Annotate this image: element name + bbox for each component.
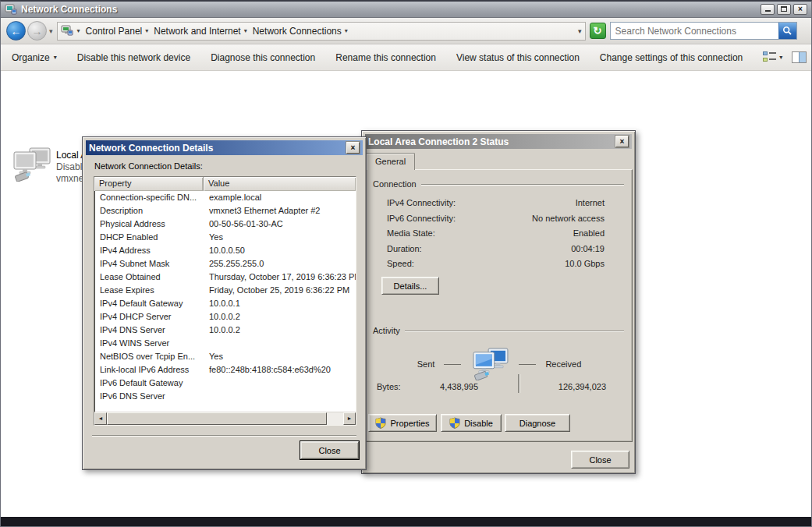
status-close-button[interactable]: Close xyxy=(571,451,629,469)
breadcrumb-root-dropdown[interactable]: ▾ xyxy=(76,27,82,34)
breadcrumb[interactable]: ▾ Control Panel▾ Network and Internet▾ N… xyxy=(57,22,586,41)
cell-value: example.local xyxy=(204,191,356,204)
search-button[interactable] xyxy=(778,23,796,39)
general-tab-page: Connection IPv4 Connectivity:Internet IP… xyxy=(366,169,633,442)
table-row[interactable]: IPv4 WINS Server xyxy=(94,337,356,350)
disable-device-button[interactable]: Disable this network device xyxy=(77,52,190,63)
table-row[interactable]: IPv6 Default Gateway xyxy=(94,377,356,390)
close-button[interactable]: × xyxy=(793,4,807,15)
change-settings-button[interactable]: Change settings of this connection xyxy=(600,52,743,63)
table-row[interactable]: IPv4 Subnet Mask255.255.255.0 xyxy=(94,257,356,271)
table-row[interactable]: NetBIOS over Tcpip En...Yes xyxy=(94,350,356,363)
refresh-icon: ↻ xyxy=(594,25,602,37)
chevron-icon: ▾ xyxy=(145,27,148,34)
cell-property: Link-local IPv6 Address xyxy=(94,363,204,377)
connection-group-label: Connection xyxy=(373,179,417,189)
table-row[interactable]: DHCP EnabledYes xyxy=(94,231,356,244)
chevron-icon: ▾ xyxy=(244,27,247,34)
organize-button[interactable]: Organize▾ xyxy=(12,52,57,63)
close-button[interactable]: × xyxy=(615,136,629,147)
details-dialog: Network Connection Details × Network Con… xyxy=(82,136,367,470)
group-divider xyxy=(421,184,624,186)
table-row[interactable]: Link-local IPv6 Addressfe80::248b:4188:c… xyxy=(94,363,356,377)
ipv4-connectivity-value: Internet xyxy=(576,198,605,214)
cell-property: Physical Address xyxy=(94,218,204,231)
sent-label: Sent xyxy=(417,359,435,369)
close-button[interactable]: × xyxy=(346,142,360,154)
diagnose-connection-button[interactable]: Diagnose this connection xyxy=(211,52,315,63)
preview-pane-button[interactable] xyxy=(792,51,807,63)
details-button[interactable]: Details... xyxy=(381,277,439,295)
breadcrumb-label: Network Connections xyxy=(253,26,342,37)
disable-button[interactable]: Disable xyxy=(441,414,502,432)
uac-shield-icon xyxy=(375,417,386,429)
cell-property: IPv4 DHCP Server xyxy=(94,310,204,324)
column-header-property[interactable]: Property xyxy=(94,177,204,191)
scrollbar-thumb[interactable] xyxy=(107,412,327,425)
chevron-icon: ▾ xyxy=(345,27,348,34)
table-row[interactable]: IPv4 DHCP Server10.0.0.2 xyxy=(94,310,356,324)
breadcrumb-item-network-connections[interactable]: Network Connections▾ xyxy=(251,26,349,37)
forward-icon: → xyxy=(32,25,43,37)
view-status-button[interactable]: View status of this connection xyxy=(456,52,580,63)
table-row[interactable]: Physical Address00-50-56-01-30-AC xyxy=(94,218,356,231)
rename-connection-button[interactable]: Rename this connection xyxy=(335,52,436,63)
table-row[interactable]: IPv4 Default Gateway10.0.0.1 xyxy=(94,297,356,310)
table-row[interactable]: Connection-specific DN...example.local xyxy=(94,191,356,204)
network-adapter-disabled-icon xyxy=(11,147,51,182)
cell-value xyxy=(204,337,356,350)
horizontal-scrollbar[interactable]: ◄ ► xyxy=(94,412,356,425)
cell-property: Connection-specific DN... xyxy=(94,191,204,204)
ipv6-connectivity-value: No network access xyxy=(532,214,605,229)
breadcrumb-item-network-and-internet[interactable]: Network and Internet▾ xyxy=(152,26,248,37)
recent-pages-dropdown[interactable]: ▾ xyxy=(49,27,53,35)
diagnose-button[interactable]: Diagnose xyxy=(505,414,570,432)
cell-value: 255.255.255.0 xyxy=(204,257,356,271)
change-view-button[interactable]: ▾ xyxy=(763,51,782,63)
close-icon: × xyxy=(798,5,803,13)
search-input[interactable] xyxy=(611,26,778,37)
details-dialog-titlebar: Network Connection Details × xyxy=(86,140,363,155)
table-row[interactable]: IPv4 DNS Server10.0.0.2 xyxy=(94,324,356,337)
back-button[interactable]: ← xyxy=(6,21,26,41)
minimize-button[interactable] xyxy=(761,4,775,15)
maximize-icon xyxy=(781,6,787,12)
cell-value: 10.0.0.2 xyxy=(204,310,356,324)
cell-property: IPv4 Address xyxy=(94,244,204,257)
cell-value: Thursday, October 17, 2019 6:36:23 PM xyxy=(204,271,356,284)
properties-label: Properties xyxy=(390,419,429,428)
close-icon: × xyxy=(351,143,356,152)
details-close-button[interactable]: Close xyxy=(300,441,359,459)
window-bottom-frame xyxy=(1,517,811,526)
bytes-received-value: 126,394,023 xyxy=(541,382,606,391)
cell-property: Lease Expires xyxy=(94,284,204,297)
forward-button[interactable]: → xyxy=(27,21,47,41)
organize-label: Organize xyxy=(12,52,50,63)
maximize-button[interactable] xyxy=(777,4,791,15)
table-row[interactable]: Descriptionvmxnet3 Ethernet Adapter #2 xyxy=(94,204,356,218)
table-row[interactable]: IPv4 Address10.0.0.50 xyxy=(94,244,356,257)
flow-line xyxy=(519,364,536,365)
tab-general[interactable]: General xyxy=(366,153,415,170)
scroll-right-button[interactable]: ► xyxy=(343,412,356,425)
breadcrumb-item-control-panel[interactable]: Control Panel▾ xyxy=(84,26,151,37)
table-row[interactable]: Lease ObtainedThursday, October 17, 2019… xyxy=(94,271,356,284)
close-icon: × xyxy=(620,137,625,146)
address-bar: ← → ▾ ▾ Control Panel▾ Network and Inter… xyxy=(1,18,811,44)
table-row[interactable]: IPv6 DNS Server xyxy=(94,390,356,403)
duration-label: Duration: xyxy=(387,244,422,260)
table-row[interactable]: Lease ExpiresFriday, October 25, 2019 6:… xyxy=(94,284,356,297)
cell-value: 10.0.0.1 xyxy=(204,297,356,310)
disable-label: Disable xyxy=(464,419,493,428)
flow-line xyxy=(444,364,461,365)
details-dialog-title: Network Connection Details xyxy=(89,143,213,154)
scroll-left-button[interactable]: ◄ xyxy=(94,412,107,425)
refresh-button[interactable]: ↻ xyxy=(590,23,606,39)
scroll-right-icon: ► xyxy=(347,416,353,421)
properties-button[interactable]: Properties xyxy=(368,414,437,432)
column-header-value[interactable]: Value xyxy=(204,177,356,191)
cell-value: 00-50-56-01-30-AC xyxy=(204,218,356,231)
address-history-dropdown[interactable]: ▾ xyxy=(578,27,582,35)
breadcrumb-label: Control Panel xyxy=(86,26,143,37)
media-state-label: Media State: xyxy=(387,228,435,244)
